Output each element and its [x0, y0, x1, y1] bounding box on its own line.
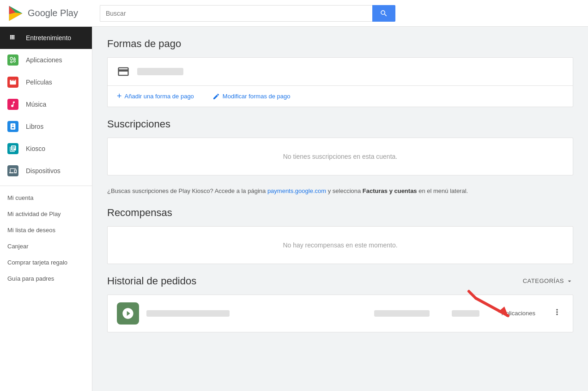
subscription-note: ¿Buscas suscripciones de Play Kiosco? Ac…	[107, 186, 573, 196]
payment-actions: + Añadir una forma de pago Modificar for…	[108, 86, 573, 107]
rewards-section-title: Recompensas	[107, 207, 573, 219]
rewards-empty: No hay recompensas en este momento.	[108, 227, 573, 264]
sidebar-item-label-music: Música	[26, 101, 46, 108]
devices-icon	[7, 165, 18, 176]
movies-icon	[7, 77, 18, 88]
subscription-note-middle: y selecciona	[326, 187, 363, 194]
rewards-card: No hay recompensas en este momento.	[107, 226, 573, 264]
add-payment-label: Añadir una forma de pago	[125, 93, 194, 100]
main-content: Formas de pago + Añadir una forma de pag…	[92, 27, 588, 391]
order-row: Aplicaciones	[108, 295, 573, 332]
sidebar-item-label-newsstand: Kiosco	[26, 145, 45, 152]
search-icon	[380, 9, 388, 18]
sidebar-item-devices[interactable]: Dispositivos	[0, 160, 92, 182]
order-app-name-blur	[146, 310, 230, 317]
sidebar: Entretenimiento Aplicaciones Películas M…	[0, 27, 92, 391]
sidebar-item-label-apps: Aplicaciones	[26, 56, 62, 64]
apps-icon	[7, 54, 18, 66]
order-history-card: Aplicaciones	[107, 295, 573, 332]
newsstand-icon	[7, 143, 18, 154]
sidebar-item-newsstand[interactable]: Kiosco	[0, 138, 92, 160]
sidebar-item-music[interactable]: Música	[0, 93, 92, 115]
subscriptions-section-title: Suscripciones	[107, 118, 573, 130]
order-date-blur	[374, 310, 430, 317]
logo: Google Play	[7, 5, 100, 22]
subscription-note-bold: Facturas y cuentas	[363, 187, 417, 194]
pencil-icon	[212, 93, 220, 100]
modify-payment-label: Modificar formas de pago	[223, 93, 291, 100]
card-number-blur	[137, 68, 183, 75]
sidebar-item-label-entertainment: Entretenimiento	[26, 34, 71, 42]
categories-button[interactable]: CATEGORÍAS	[523, 277, 573, 285]
svg-marker-2	[9, 12, 23, 21]
categories-label: CATEGORÍAS	[523, 277, 564, 284]
order-price-blur	[452, 310, 479, 317]
sidebar-link-gift[interactable]: Comprar tarjeta regalo	[0, 254, 92, 271]
music-icon	[7, 99, 18, 110]
order-history-header: Historial de pedidos CATEGORÍAS	[107, 275, 573, 287]
order-history-title: Historial de pedidos	[107, 275, 196, 287]
books-icon	[7, 121, 18, 132]
subscription-note-suffix: en el menú lateral.	[417, 187, 468, 194]
sidebar-link-account[interactable]: Mi cuenta	[0, 190, 92, 206]
sidebar-divider	[0, 186, 92, 186]
add-payment-button[interactable]: + Añadir una forma de pago	[117, 91, 194, 101]
more-vert-icon	[552, 307, 562, 317]
subscriptions-card: No tienes suscripciones en esta cuenta.	[107, 138, 573, 175]
sidebar-link-parental[interactable]: Guía para padres	[0, 271, 92, 287]
logo-text: Google Play	[28, 8, 78, 18]
order-more-button[interactable]	[551, 306, 564, 321]
sidebar-item-apps[interactable]: Aplicaciones	[0, 49, 92, 71]
sidebar-item-movies[interactable]: Películas	[0, 71, 92, 93]
sidebar-link-activity[interactable]: Mi actividad de Play	[0, 206, 92, 222]
sidebar-link-wishlist[interactable]: Mi lista de deseos	[0, 222, 92, 238]
subscription-note-prefix: ¿Buscas suscripciones de Play Kiosco? Ac…	[107, 187, 267, 194]
payment-section-title: Formas de pago	[107, 38, 573, 50]
sidebar-item-label-movies: Películas	[26, 78, 52, 86]
sidebar-item-label-devices: Dispositivos	[26, 167, 61, 174]
order-category: Aplicaciones	[502, 310, 543, 317]
modify-payment-button[interactable]: Modificar formas de pago	[212, 93, 291, 100]
sidebar-link-redeem[interactable]: Canjear	[0, 238, 92, 254]
layout: Entretenimiento Aplicaciones Películas M…	[0, 27, 588, 391]
sidebar-item-label-books: Libros	[26, 123, 43, 130]
credit-card-icon	[117, 65, 130, 78]
payment-card: + Añadir una forma de pago Modificar for…	[107, 57, 573, 107]
payments-link[interactable]: payments.google.com	[267, 187, 326, 194]
order-app-icon	[117, 302, 139, 325]
sidebar-item-entertainment[interactable]: Entretenimiento	[0, 27, 92, 49]
search-input[interactable]	[100, 5, 372, 22]
plus-icon: +	[117, 91, 122, 101]
search-button[interactable]	[372, 5, 395, 22]
search-container	[100, 5, 395, 22]
entertainment-icon	[7, 32, 18, 43]
sidebar-item-books[interactable]: Libros	[0, 115, 92, 138]
header: Google Play	[0, 0, 588, 27]
chevron-down-icon	[566, 277, 573, 285]
payment-row	[108, 58, 573, 86]
google-play-logo-icon	[7, 5, 24, 22]
subscriptions-empty: No tienes suscripciones en esta cuenta.	[108, 138, 573, 175]
